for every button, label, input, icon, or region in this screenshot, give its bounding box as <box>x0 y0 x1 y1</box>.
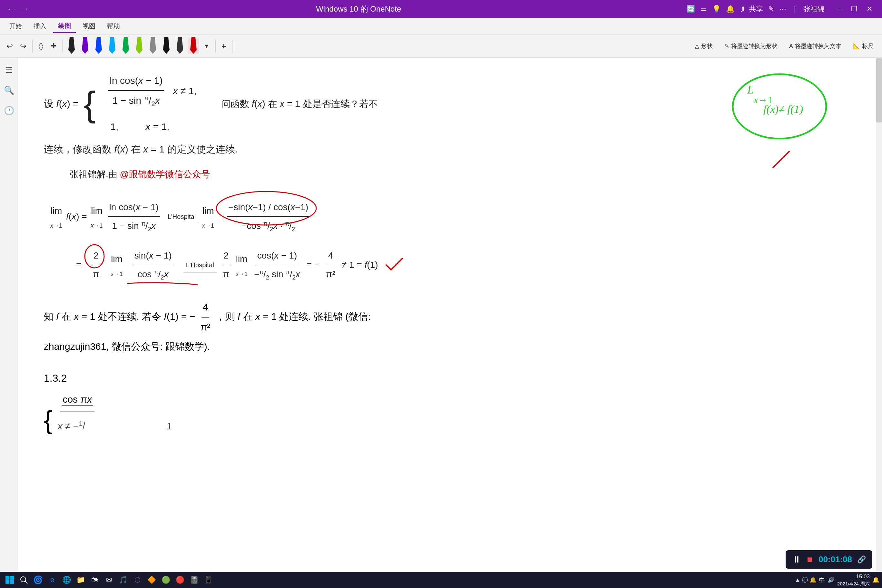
scroll-thumb[interactable] <box>876 58 882 123</box>
svg-rect-19 <box>10 580 14 584</box>
stop-button[interactable]: ⏹ <box>806 555 813 564</box>
pen-tool-black2[interactable] <box>160 38 172 54</box>
pen-tool-green[interactable] <box>120 38 132 54</box>
toolbar-right: △ 形状 ✎ 将墨迹转换为形状 A 将墨迹转换为文本 📐 标尺 <box>690 40 878 52</box>
lasso-button[interactable]: 〈〉 <box>36 40 46 52</box>
move-button[interactable]: ✚ <box>48 40 59 52</box>
green-annotation-container: L x→1 f(x)≠ f(1) <box>728 68 831 145</box>
speaker-icon[interactable]: 🔊 <box>828 576 835 584</box>
taskbar: 🌀 e 🌐 📁 🛍 ✉ 🎵 ⬡ 🔶 🟢 🔴 📓 📱 ▲ ⓘ 🔔 中 🔊 15:0… <box>0 572 882 588</box>
taskbar-icon-folder[interactable]: 📁 <box>74 573 88 587</box>
taskbar-icon-music[interactable]: 🎵 <box>116 573 130 587</box>
toolbar: ↩ ↪ 〈〉 ✚ ▼ + △ 形状 ✎ <box>0 35 882 58</box>
taskbar-icon-edge[interactable]: 🌐 <box>59 573 74 587</box>
pen-tool-yellow-green[interactable] <box>134 38 145 54</box>
conclusion-fraction: 4 π² <box>199 297 212 337</box>
lim3-text: lim <box>111 250 123 268</box>
wechat-link[interactable]: @跟锦数学微信公众号 <box>120 169 210 179</box>
taskbar-icon-onenote[interactable]: 📓 <box>187 573 201 587</box>
convert-text-icon: A <box>789 43 793 50</box>
sep4 <box>232 40 232 52</box>
sidebar-history-icon[interactable]: 🕐 <box>2 104 16 118</box>
share-button[interactable]: ⮭ 共享 <box>740 4 763 14</box>
keyboard-icon[interactable]: 中 <box>819 576 825 584</box>
notification-icon[interactable]: 🔔 <box>872 576 879 584</box>
taskbar-icon-store[interactable]: 🛍 <box>88 573 102 587</box>
pen-tool-cyan[interactable] <box>106 38 118 54</box>
restore-button[interactable]: ❐ <box>846 3 862 15</box>
ruler-button[interactable]: 📐 标尺 <box>849 40 878 52</box>
ruler-label: 标尺 <box>862 42 874 50</box>
menu-bar: 开始 插入 绘图 视图 帮助 <box>0 18 882 35</box>
start-button[interactable] <box>3 573 17 587</box>
lhospital1-label: L'Hospital <box>168 210 196 223</box>
red-circled-fraction-container: −sin(x−1) / cos(x−1) −cos π/2x · π/2 <box>218 193 318 240</box>
pause-button[interactable]: ⏸ <box>792 554 801 565</box>
bell-icon[interactable]: 🔔 <box>726 5 735 13</box>
menu-draw[interactable]: 绘图 <box>53 20 76 33</box>
menu-start[interactable]: 开始 <box>4 20 27 33</box>
sidebar-menu-icon[interactable]: ☰ <box>3 63 15 77</box>
menu-insert[interactable]: 插入 <box>28 20 52 33</box>
scrollbar[interactable] <box>876 58 882 572</box>
menu-help[interactable]: 帮助 <box>102 20 125 33</box>
svg-rect-16 <box>6 576 9 580</box>
lim1-text: lim <box>51 202 62 220</box>
redo-button[interactable]: ↪ <box>17 40 29 52</box>
lamp-icon[interactable]: 💡 <box>712 5 721 13</box>
lim4-text: lim <box>236 250 248 268</box>
sidebar-search-icon[interactable]: 🔍 <box>2 84 16 98</box>
pen-tool-black[interactable] <box>66 38 77 54</box>
lim3-sub: x→1 <box>111 268 123 280</box>
pages-icon[interactable]: ▭ <box>700 5 707 13</box>
menu-view[interactable]: 视图 <box>77 20 100 33</box>
svg-marker-1 <box>82 37 88 54</box>
case-1: ln cos(x − 1) 1 − sin π/2x x ≠ 1, <box>107 71 196 111</box>
limit-line-1: lim x→1 f(x) = lim x→1 ln cos(x − 1) 1 −… <box>50 193 857 240</box>
taskbar-icon-mail[interactable]: ✉ <box>102 573 116 587</box>
search-taskbar[interactable] <box>17 573 31 587</box>
eq-sign2: = <box>76 256 81 274</box>
taskbar-icon-phone[interactable]: 📱 <box>201 573 215 587</box>
sync-icon[interactable]: 🔄 <box>686 5 695 13</box>
pen-tool-gray[interactable] <box>147 38 159 54</box>
pen-tool-dark[interactable] <box>174 38 186 54</box>
back-button[interactable]: ← <box>5 3 17 15</box>
conclusion-den: π² <box>199 318 212 337</box>
svg-marker-7 <box>163 37 170 54</box>
taskbar-icon-chrome[interactable]: 🔴 <box>173 573 187 587</box>
add-button[interactable]: + <box>219 40 229 52</box>
taskbar-icon-green[interactable]: 🟢 <box>159 573 173 587</box>
main-content: 设 f(x) = { ln cos(x − 1) 1 − sin π/2x x … <box>18 58 876 572</box>
author-line: 张祖锦解.由 @跟锦数学微信公众号 <box>44 165 857 183</box>
close-button[interactable]: ✕ <box>862 3 877 15</box>
lim1-inner-sub: x→1 <box>91 220 103 231</box>
pen-tool-blue[interactable] <box>93 38 105 54</box>
svg-marker-8 <box>177 37 183 54</box>
color-picker-button[interactable]: ▼ <box>201 42 212 51</box>
frac-2pi: 2 π <box>92 247 100 284</box>
taskbar-icon-ie[interactable]: e <box>45 573 59 587</box>
shapes-button[interactable]: △ 形状 <box>690 40 717 52</box>
frac2-num: −sin(x−1) / cos(x−1) <box>227 198 309 217</box>
pen-tool-purple[interactable] <box>79 38 91 54</box>
green-annotation-svg: L x→1 f(x)≠ f(1) <box>728 68 831 145</box>
lim2-text: lim <box>202 202 214 220</box>
taskbar-icon-fan[interactable]: 🌀 <box>31 573 45 587</box>
more-icon[interactable]: ⋯ <box>779 5 786 13</box>
taskbar-icon-purple[interactable]: ⬡ <box>130 573 144 587</box>
undo-button[interactable]: ↩ <box>4 40 15 52</box>
svg-marker-5 <box>136 37 142 54</box>
lhospital2: L'Hospital <box>183 258 217 272</box>
forward-button[interactable]: → <box>19 3 31 15</box>
minimize-button[interactable]: ─ <box>832 3 846 15</box>
media-link-icon[interactable]: 🔗 <box>857 555 866 564</box>
red-underlined-frac-container: sin(x − 1) cos π/2x <box>127 245 180 285</box>
clock[interactable]: 15:03 2021/4/24 周六 <box>837 573 870 587</box>
pen-tool-red[interactable] <box>188 38 199 54</box>
svg-marker-6 <box>150 37 156 54</box>
convert-ink-button[interactable]: ✎ 将墨迹转换为形状 <box>720 40 782 52</box>
convert-text-button[interactable]: A 将墨迹转换为文本 <box>784 40 846 52</box>
taskbar-icon-orange[interactable]: 🔶 <box>144 573 159 587</box>
pen-icon[interactable]: ✎ <box>768 5 774 13</box>
